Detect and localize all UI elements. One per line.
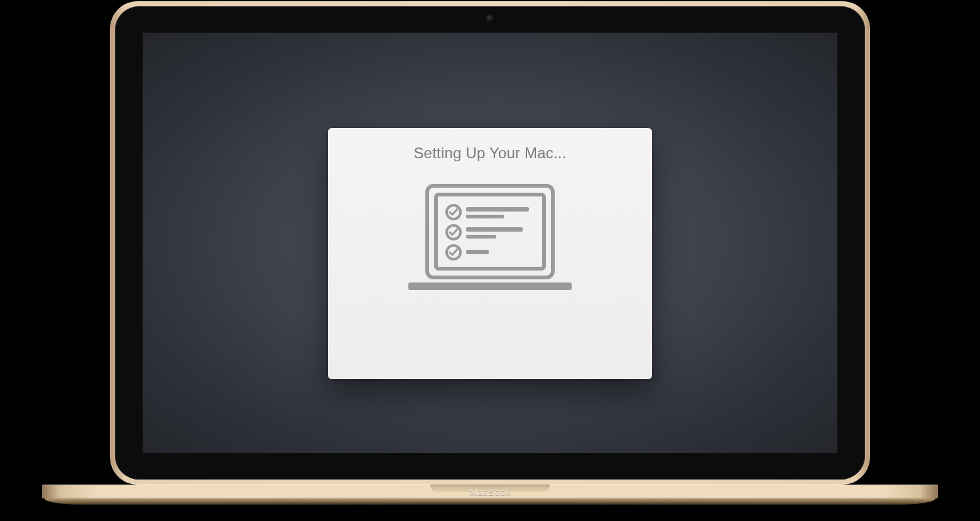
svg-rect-4: [466, 207, 529, 212]
laptop-inner-bezel: Setting Up Your Mac...: [115, 6, 865, 480]
setup-dialog-title: Setting Up Your Mac...: [328, 144, 652, 162]
svg-rect-10: [466, 250, 489, 254]
svg-rect-2: [408, 282, 572, 290]
device-brand-label: MacBook: [470, 486, 511, 497]
stage: Setting Up Your Mac...: [0, 0, 980, 521]
laptop-shadow: [38, 502, 942, 515]
setup-illustration: [328, 182, 652, 299]
svg-rect-8: [466, 235, 496, 239]
svg-rect-5: [466, 215, 504, 218]
svg-rect-7: [466, 227, 523, 232]
setup-dialog: Setting Up Your Mac...: [328, 128, 652, 379]
laptop-checklist-icon: [396, 182, 584, 299]
camera-icon: [486, 15, 494, 23]
screen: Setting Up Your Mac...: [143, 33, 837, 453]
laptop-frame: Setting Up Your Mac...: [110, 1, 870, 485]
